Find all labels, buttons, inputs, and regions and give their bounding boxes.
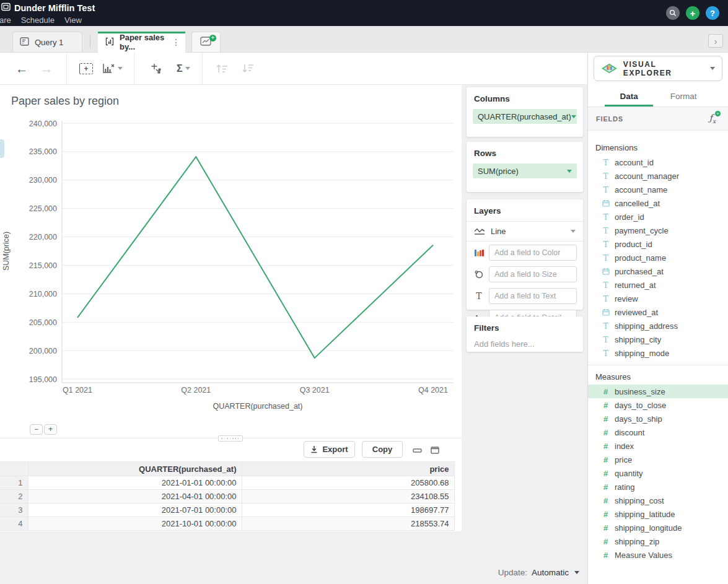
sort-ascending-icon [216, 64, 228, 73]
text-icon: T [474, 291, 484, 301]
update-mode-dropdown[interactable]: Automatic [532, 568, 579, 577]
layer-type-dropdown[interactable]: Line [467, 221, 583, 242]
dimensions-title: Dimensions [588, 138, 728, 155]
field-item-days-to-ship[interactable]: T # days_to_ship [588, 412, 728, 425]
field-item-returned-at[interactable]: T # returned_at [588, 278, 728, 292]
new-chart-tab-button[interactable]: + [191, 32, 221, 52]
text-field-input[interactable] [489, 288, 577, 304]
number-field-icon: # [601, 537, 610, 546]
tab-chart-active[interactable]: Paper sales by... ⋮ [98, 32, 185, 53]
sort-descending-button[interactable] [242, 64, 254, 73]
search-icon [669, 9, 677, 17]
clear-chart-button[interactable] [102, 63, 123, 74]
size-field-input[interactable] [489, 266, 577, 282]
plus-badge-icon: + [209, 35, 216, 41]
field-item-measure-values[interactable]: T # Measure Values [588, 548, 728, 562]
field-item-order-id[interactable]: T # order_id [588, 210, 728, 224]
add-formula-button[interactable]: ƒx+ [709, 113, 721, 124]
collapse-table-button[interactable] [413, 445, 423, 456]
field-item-purchased-at[interactable]: T # purchased_at [588, 264, 728, 278]
tab-kebab-icon[interactable]: ⋮ [172, 37, 180, 47]
topbar-left: Dunder Mifflin Test Share Schedule View [0, 0, 95, 26]
swap-axes-button[interactable] [151, 63, 163, 74]
color-field-input[interactable] [489, 245, 577, 261]
caret-down-icon [571, 115, 576, 118]
field-label: shipping_zip [615, 537, 659, 546]
results-table[interactable]: QUARTER(purchased_at) price 1 2021-01-01… [0, 461, 455, 531]
field-item-index[interactable]: T # index [588, 439, 728, 453]
columns-pill[interactable]: QUARTER(purchased_at) [473, 109, 577, 124]
field-item-shipping-longitude[interactable]: T # shipping_longitude [588, 521, 728, 534]
forward-button[interactable]: → [40, 63, 53, 75]
zoom-out-button[interactable]: − [30, 424, 43, 435]
field-item-discount[interactable]: T # discount [588, 425, 728, 439]
filters-dropzone[interactable]: Add fields here... [467, 338, 583, 356]
field-item-quantity[interactable]: T # quantity [588, 466, 728, 480]
number-field-icon: # [601, 482, 610, 492]
export-button[interactable]: Export [304, 441, 355, 458]
tab-data[interactable]: Data [618, 86, 639, 107]
field-item-cancelled-at[interactable]: T # cancelled_at [588, 196, 728, 210]
copy-button[interactable]: Copy [362, 441, 403, 458]
field-label: shipping_mode [615, 349, 669, 358]
y-tick-label: 205,000 [29, 318, 57, 327]
field-item-shipping-city[interactable]: T # shipping_city [588, 333, 728, 346]
column-header-quarter[interactable]: QUARTER(purchased_at) [28, 462, 242, 476]
field-item-product-name[interactable]: T # product_name [588, 251, 728, 264]
field-item-account-manager[interactable]: T # account_manager [588, 169, 728, 183]
field-label: order_id [615, 212, 644, 222]
field-item-price[interactable]: T # price [588, 453, 728, 466]
caret-down-icon [118, 67, 123, 70]
help-button[interactable]: ? [706, 6, 719, 20]
add-to-report-button[interactable]: + [79, 63, 93, 74]
zoom-in-button[interactable]: + [44, 424, 57, 435]
field-item-shipping-latitude[interactable]: T # shipping_latitude [588, 507, 728, 521]
aggregate-button[interactable]: Σ [177, 63, 190, 74]
y-tick-label: 200,000 [29, 347, 57, 355]
chart-line[interactable] [77, 157, 433, 358]
tab-bar: Query 1 Paper sales by... ⋮ + › [0, 26, 728, 53]
field-item-shipping-mode[interactable]: T # shipping_mode [588, 346, 728, 360]
visual-explorer-selector[interactable]: VISUAL EXPLORER [594, 56, 722, 81]
size-slot [467, 263, 583, 285]
field-item-shipping-address[interactable]: T # shipping_address [588, 319, 728, 333]
field-item-shipping-cost[interactable]: T # shipping_cost [588, 494, 728, 507]
sort-ascending-button[interactable] [216, 64, 228, 73]
row-number: 4 [0, 517, 28, 531]
field-item-rating[interactable]: T # rating [588, 480, 728, 494]
field-item-reviewed-at[interactable]: T # reviewed_at [588, 305, 728, 319]
field-label: returned_at [615, 281, 656, 290]
menu-share[interactable]: Share [0, 15, 11, 25]
field-label: review [615, 294, 638, 303]
cell-price: 205800.68 [242, 476, 454, 490]
field-item-payment-cycle[interactable]: T # payment_cycle [588, 224, 728, 237]
cell-price: 234108.55 [242, 490, 454, 503]
field-item-days-to-close[interactable]: T # days_to_close [588, 398, 728, 412]
add-button[interactable]: + [686, 6, 699, 20]
search-button[interactable] [666, 6, 680, 20]
field-item-shipping-zip[interactable]: T # shipping_zip [588, 534, 728, 548]
menu-view[interactable]: View [64, 15, 82, 25]
tab-scroll-right-button[interactable]: › [708, 34, 723, 48]
line-chart[interactable]: 240,000235,000230,000225,000220,000215,0… [0, 118, 462, 421]
pane-resize-handle[interactable] [218, 435, 243, 442]
field-item-business-size[interactable]: T # business_size [588, 385, 728, 398]
field-label: discount [615, 428, 644, 437]
field-item-account-id[interactable]: T # account_id [588, 155, 728, 169]
y-tick-label: 220,000 [29, 233, 57, 242]
collapsed-panel-handle[interactable] [0, 139, 4, 158]
field-item-account-name[interactable]: T # account_name [588, 183, 728, 196]
rows-pill[interactable]: SUM(price) [473, 163, 577, 178]
dashed-plus-icon: + [79, 63, 93, 74]
tab-format[interactable]: Format [669, 86, 698, 107]
tab-query-1[interactable]: Query 1 [12, 32, 82, 52]
expand-table-button[interactable] [431, 445, 440, 456]
field-item-review[interactable]: T # review [588, 292, 728, 305]
field-item-product-id[interactable]: T # product_id [588, 237, 728, 251]
field-label: price [615, 455, 632, 464]
back-button[interactable]: ← [15, 63, 28, 75]
column-header-price[interactable]: price [242, 462, 454, 476]
sort-descending-icon [242, 64, 254, 73]
text-field-icon: T [601, 226, 610, 235]
menu-schedule[interactable]: Schedule [21, 15, 55, 25]
